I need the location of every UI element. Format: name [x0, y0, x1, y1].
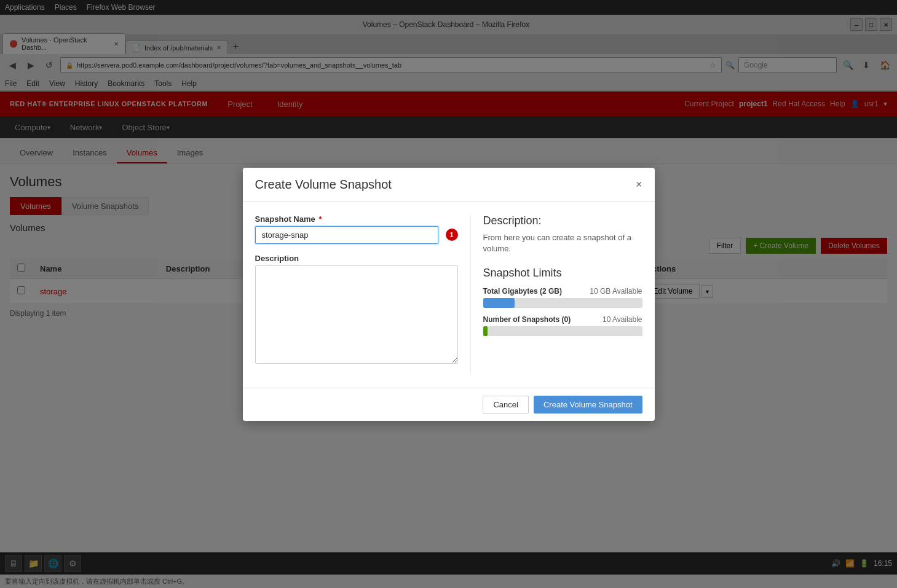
- desc-title: Description:: [483, 214, 642, 227]
- total-gb-progress-fill: [483, 298, 515, 308]
- snapshots-available: 10 Available: [603, 315, 642, 324]
- modal-body: Snapshot Name * 1 Description Descriptio…: [243, 202, 655, 388]
- error-badge: 1: [446, 229, 458, 241]
- snapshots-progress-bar: [483, 326, 642, 336]
- snapshots-progress-fill: [483, 326, 488, 336]
- snapshot-name-input[interactable]: [255, 226, 438, 244]
- snapshot-name-input-row: 1: [255, 226, 458, 244]
- total-gb-limit: Total Gigabytes (2 GB) 10 GB Available: [483, 287, 642, 308]
- modal-sidebar: Description: From here you can create a …: [470, 214, 642, 375]
- required-marker: *: [318, 214, 322, 224]
- cancel-button[interactable]: Cancel: [483, 396, 528, 414]
- description-input[interactable]: [255, 265, 458, 364]
- total-gb-label: Total Gigabytes (2 GB): [483, 287, 563, 296]
- modal-overlay: Create Volume Snapshot × Snapshot Name *…: [0, 0, 897, 588]
- modal-title: Create Volume Snapshot: [255, 178, 392, 192]
- desc-text: From here you can create a snapshot of a…: [483, 232, 642, 254]
- total-gb-progress-bar: [483, 298, 642, 308]
- description-group: Description: [255, 254, 458, 366]
- description-label: Description: [255, 254, 458, 263]
- limits-title: Snapshot Limits: [483, 267, 642, 280]
- snapshots-limit: Number of Snapshots (0) 10 Available: [483, 315, 642, 336]
- modal-header: Create Volume Snapshot ×: [243, 168, 655, 202]
- total-gb-available: 10 GB Available: [590, 287, 642, 296]
- snapshot-name-label: Snapshot Name *: [255, 214, 458, 224]
- snapshots-label: Number of Snapshots (0): [483, 315, 571, 324]
- create-snapshot-button[interactable]: Create Volume Snapshot: [534, 396, 642, 414]
- modal-form: Snapshot Name * 1 Description: [255, 214, 458, 375]
- snapshot-name-group: Snapshot Name * 1: [255, 214, 458, 244]
- create-snapshot-modal: Create Volume Snapshot × Snapshot Name *…: [243, 168, 655, 421]
- modal-footer: Cancel Create Volume Snapshot: [243, 388, 655, 421]
- modal-close-button[interactable]: ×: [636, 178, 642, 191]
